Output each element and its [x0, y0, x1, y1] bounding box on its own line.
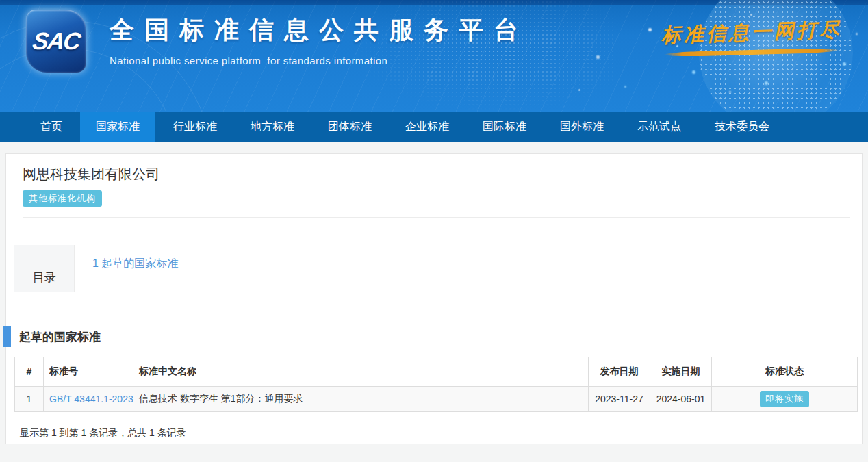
nav-item-national-standards[interactable]: 国家标准: [80, 112, 155, 142]
cell-status: 即将实施: [712, 387, 858, 412]
main-content: 网思科技集团有限公司 其他标准化机构 目录 1 起草的国家标准 起草的国家标准 …: [0, 142, 868, 444]
cell-index: 1: [15, 387, 44, 412]
particle-dots: [0, 0, 2, 2]
pagination-summary: 显示第 1 到第 1 条记录，总共 1 条记录: [20, 427, 856, 439]
nav-item-local-standards[interactable]: 地方标准: [235, 112, 310, 142]
col-header-standard-no: 标准号: [44, 357, 133, 387]
divider: [23, 217, 850, 218]
section-title: 起草的国家标准: [19, 329, 101, 345]
sac-logo-text: SAC: [31, 27, 81, 55]
cell-chinese-name: 信息技术 数字孪生 第1部分：通用要求: [133, 387, 589, 412]
section-accent-bar: [3, 326, 11, 347]
col-header-publish-date: 发布日期: [589, 357, 650, 387]
org-type-badge: 其他标准化机构: [23, 190, 102, 207]
section-rule-line: [105, 337, 854, 337]
cell-publish-date: 2023-11-27: [589, 387, 650, 412]
col-header-chinese-name: 标准中文名称: [133, 357, 589, 387]
nav-item-enterprise-standards[interactable]: 企业标准: [390, 112, 465, 142]
main-nav: 首页 国家标准 行业标准 地方标准 团体标准 企业标准 国际标准 国外标准 示范…: [0, 112, 868, 142]
org-detail-card: 网思科技集团有限公司 其他标准化机构 目录 1 起草的国家标准 起草的国家标准 …: [5, 153, 863, 444]
site-subtitle: National public service platform for sta…: [110, 55, 528, 66]
section-header: 起草的国家标准: [3, 326, 856, 347]
nav-item-pilot-programs[interactable]: 示范试点: [622, 112, 697, 142]
slogan-block: 标准信息一网打尽: [661, 19, 842, 55]
nav-item-home[interactable]: 首页: [25, 112, 78, 142]
nav-item-foreign-standards[interactable]: 国外标准: [544, 112, 620, 142]
nav-item-industry-standards[interactable]: 行业标准: [157, 112, 233, 142]
standard-link[interactable]: GB/T 43441.1-2023: [49, 394, 133, 405]
nav-item-group-standards[interactable]: 团体标准: [312, 112, 387, 142]
site-banner: SAC 全国标准信息公共服务平台 National public service…: [0, 0, 868, 112]
org-name: 网思科技集团有限公司: [23, 165, 856, 183]
table-row: 1 GB/T 43441.1-2023 信息技术 数字孪生 第1部分：通用要求 …: [15, 387, 858, 412]
site-title-block: 全国标准信息公共服务平台 National public service pla…: [110, 14, 528, 66]
sac-logo[interactable]: SAC: [26, 10, 86, 73]
toc-label: 目录: [14, 245, 74, 292]
toc-content: 1 起草的国家标准: [74, 245, 856, 292]
col-header-implement-date: 实施日期: [650, 357, 712, 387]
cell-standard-no: GB/T 43441.1-2023: [44, 387, 133, 412]
toc-link-drafted-standards[interactable]: 1 起草的国家标准: [92, 257, 178, 269]
slogan-text: 标准信息一网打尽: [661, 16, 842, 49]
standards-table: # 标准号 标准中文名称 发布日期 实施日期 标准状态 1 GB/T 43441…: [14, 357, 858, 412]
table-header-row: # 标准号 标准中文名称 发布日期 实施日期 标准状态: [15, 357, 858, 387]
nav-item-international-standards[interactable]: 国际标准: [467, 112, 542, 142]
cell-implement-date: 2024-06-01: [650, 387, 712, 412]
nav-item-technical-committees[interactable]: 技术委员会: [699, 112, 785, 142]
col-header-index: #: [15, 357, 44, 387]
col-header-status: 标准状态: [712, 357, 858, 387]
toc-section: 目录 1 起草的国家标准: [14, 245, 856, 292]
site-title: 全国标准信息公共服务平台: [110, 14, 528, 47]
status-badge: 即将实施: [760, 391, 809, 407]
toc-underline: [5, 298, 863, 298]
